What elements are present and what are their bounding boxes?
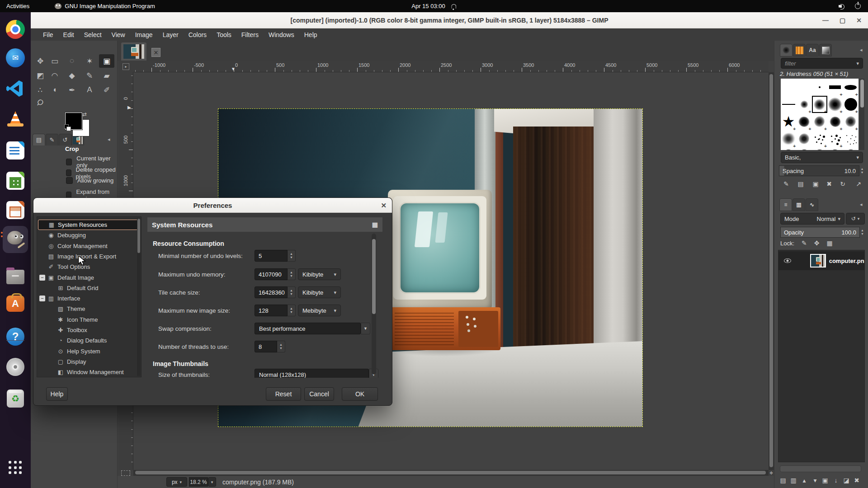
raise-layer-button[interactable]: ▴ (798, 475, 810, 486)
dock-item-vscode[interactable] (5, 78, 26, 99)
field-value[interactable]: 16428360 (255, 286, 288, 298)
text-tool[interactable]: A (82, 83, 97, 97)
ink-tool[interactable]: ✒ (64, 83, 80, 97)
content-scrollbar[interactable] (372, 234, 376, 375)
combo-dropdown-button[interactable]: ▼ (361, 323, 370, 334)
tree-item-icon-theme[interactable]: ✱Icon Theme (38, 314, 140, 325)
brush-swatch[interactable]: ★ (781, 113, 796, 130)
brush-group-dropdown[interactable]: Basic,▾ (781, 152, 863, 163)
paintbrush-tool[interactable]: ✎ (82, 69, 97, 82)
menu-view[interactable]: View (107, 28, 130, 41)
field-value[interactable]: 8 (255, 341, 277, 352)
brush-swatch[interactable] (843, 79, 859, 96)
tree-item-debugging[interactable]: ◉Debugging (38, 230, 140, 240)
tree-scrollbar[interactable] (137, 218, 141, 376)
brush-swatch[interactable] (843, 96, 859, 113)
brush-swatch[interactable] (843, 113, 859, 130)
duplicate-layer-button[interactable]: ▣ (819, 475, 831, 486)
tree-item-window-management[interactable]: ◧Window Management (38, 367, 140, 377)
maximize-button[interactable]: ▢ (840, 17, 845, 24)
brush-grid[interactable]: ★ (781, 79, 859, 150)
dock-item-chrome[interactable] (5, 19, 26, 40)
brush-swatch[interactable] (843, 130, 859, 147)
spinner-buttons[interactable]: ▲▼ (288, 305, 296, 316)
thumb-size-dropdown[interactable]: Normal (128x128) (255, 369, 369, 378)
fuzzy-select-tool[interactable]: ✶ (82, 54, 97, 68)
free-select-tool[interactable]: ◌ (64, 54, 80, 68)
lock-pixels-icon[interactable]: ✎ (802, 239, 807, 247)
edit-brush-button[interactable]: ✎ (780, 178, 792, 189)
brush-swatch[interactable] (843, 147, 859, 150)
brush-swatch[interactable] (781, 96, 796, 113)
tree-item-dialog-defaults[interactable]: ◔Dialog Defaults (38, 335, 140, 346)
tab-gradients[interactable] (819, 44, 832, 56)
spinner-buttons[interactable]: ▲▼ (288, 250, 296, 262)
empty-image-tab[interactable]: ✕ (147, 44, 165, 61)
navigation-button[interactable]: ✥ (769, 470, 774, 476)
menu-file[interactable]: File (38, 28, 58, 41)
tree-item-help-system[interactable]: ⊙Help System (38, 346, 140, 357)
brush-swatch[interactable] (781, 130, 796, 147)
brush-swatch[interactable] (796, 130, 811, 147)
layer-thumbnail[interactable] (810, 254, 826, 267)
clock[interactable]: Apr 15 03:00 (411, 3, 445, 9)
ruler-origin-button[interactable]: ▸ (118, 61, 133, 72)
brush-swatch[interactable] (812, 113, 827, 130)
tab-channels[interactable]: ▥ (793, 198, 805, 211)
color-picker-tool[interactable]: ✐ (99, 83, 114, 97)
brush-swatch[interactable] (796, 96, 811, 113)
unit-dropdown[interactable]: px▾ (166, 477, 187, 487)
layer-mode-dropdown[interactable]: Mode Normal▾ (780, 213, 844, 225)
help-button[interactable]: Help (46, 387, 68, 401)
menu-edit[interactable]: Edit (58, 28, 79, 41)
collapse-dock-icon[interactable]: ◂ (860, 47, 863, 53)
image-tab[interactable] (121, 42, 146, 61)
spinner-buttons[interactable]: ▲▼ (277, 341, 285, 352)
collapse-dock-icon[interactable]: ◂ (108, 136, 110, 142)
dock-item-cd[interactable] (5, 356, 26, 378)
brush-filter-input[interactable]: filter ▾ (781, 58, 863, 69)
tab-device-status[interactable]: ✎ (46, 134, 58, 145)
horizontal-ruler[interactable]: ▼-1000-500050010001500200025003000350040… (133, 61, 769, 72)
power-icon[interactable] (855, 3, 861, 9)
brush-swatch[interactable] (827, 79, 843, 96)
menu-layer[interactable]: Layer (158, 28, 184, 41)
dock-item-vlc[interactable] (5, 108, 26, 130)
brush-swatch[interactable] (812, 130, 827, 147)
tree-item-system-resources[interactable]: ▦System Resources (38, 220, 140, 230)
checkbox-box[interactable] (66, 169, 71, 176)
minimize-button[interactable]: — (822, 17, 829, 24)
cancel-button[interactable]: Cancel (304, 387, 334, 401)
lock-position-icon[interactable]: ✥ (814, 239, 820, 247)
rectangle-select-tool[interactable]: ▭ (47, 54, 62, 68)
new-brush-button[interactable]: ▤ (795, 178, 807, 189)
ok-button[interactable]: OK (342, 387, 378, 401)
tab-fonts[interactable]: Aa (806, 44, 819, 56)
dock-item-app-grid[interactable] (5, 457, 26, 479)
tab-paths[interactable]: ∿ (806, 198, 818, 211)
delete-brush-button[interactable]: ✖ (823, 178, 835, 189)
spinner-buttons[interactable]: ▲▼ (288, 286, 296, 298)
menu-windows[interactable]: Windows (264, 28, 299, 41)
move-tool[interactable]: ✥ (33, 54, 48, 68)
unit-dropdown[interactable]: Mebibyte▾ (298, 305, 341, 316)
tree-item-tool-options[interactable]: ✐Tool Options (38, 262, 140, 272)
brush-swatch[interactable] (796, 79, 811, 96)
lock-alpha-icon[interactable]: ▦ (827, 239, 833, 247)
close-button[interactable]: ✕ (856, 17, 862, 24)
new-layer-group-button[interactable]: ▥ (788, 475, 799, 486)
dialog-close-button[interactable]: ✕ (381, 198, 387, 213)
brush-swatch[interactable] (827, 130, 843, 147)
smudge-tool[interactable]: ◖ (47, 83, 62, 97)
tree-item-color-management[interactable]: ◎Color Management (38, 241, 140, 251)
layer-mode-switch-button[interactable]: ↺▾ (846, 213, 865, 225)
gimp-title-bar[interactable]: [computer] (imported)-1.0 (RGB color 8-b… (31, 12, 868, 28)
open-brush-as-image-button[interactable]: ↗ (853, 178, 864, 189)
dock-item-trash[interactable]: ♻ (5, 388, 26, 409)
layer-row[interactable]: computer.png (778, 251, 864, 270)
dock-item-libreoffice-writer[interactable] (5, 140, 26, 161)
brush-swatch[interactable] (812, 79, 827, 96)
expander-icon[interactable]: − (39, 296, 45, 301)
brush-swatch[interactable] (796, 147, 811, 150)
tree-item-default-image[interactable]: −▣Default Image (38, 272, 140, 283)
